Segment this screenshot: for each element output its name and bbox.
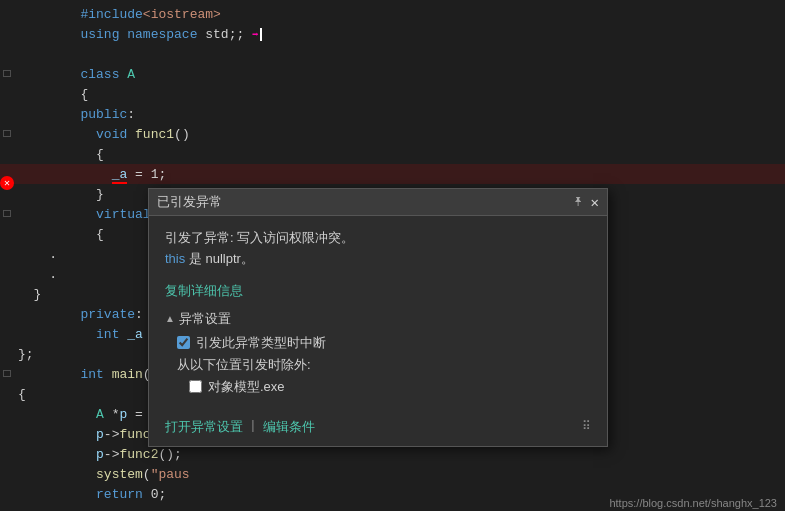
setting-item-1: 引发此异常类型时中断 — [177, 334, 591, 352]
checkbox-break-on-type[interactable] — [177, 336, 190, 349]
this-keyword: this — [165, 251, 185, 266]
pin-button[interactable]: 🖈 — [572, 195, 585, 210]
gutter-11[interactable]: □ — [0, 207, 14, 221]
gutter-7[interactable]: □ — [0, 127, 14, 141]
checkbox-object-model[interactable] — [189, 380, 202, 393]
checkbox-break-label: 引发此异常类型时中断 — [196, 334, 326, 352]
bottom-bar: https://blog.csdn.net/shanghx_123 — [601, 495, 785, 511]
gutter-4[interactable]: □ — [0, 67, 14, 81]
collapse-icon: ▲ — [165, 313, 175, 324]
exception-text: 引发了异常: 写入访问权限冲突。 this 是 nullptr。 — [165, 228, 591, 270]
sub-label: 从以下位置引发时除外: — [177, 356, 591, 374]
text-cursor — [260, 28, 262, 41]
dialog-body: 引发了异常: 写入访问权限冲突。 this 是 nullptr。 复制详细信息 … — [149, 216, 607, 412]
dialog-title: 已引发异常 — [157, 193, 222, 211]
dialog-controls: 🖈 ✕ — [572, 194, 599, 211]
sub-item-1: 对象模型.exe — [189, 378, 591, 396]
copy-details-link[interactable]: 复制详细信息 — [165, 282, 591, 300]
edit-conditions-link[interactable]: 编辑条件 — [263, 418, 315, 436]
resize-handle-icon: ⠿ — [582, 419, 591, 434]
blog-url: https://blog.csdn.net/shanghx_123 — [609, 497, 777, 509]
code-editor: #include<iostream> using namespace std;;… — [0, 0, 785, 511]
dialog-titlebar: 已引发异常 🖈 ✕ — [149, 189, 607, 216]
close-button[interactable]: ✕ — [591, 194, 599, 211]
exception-line1: 引发了异常: 写入访问权限冲突。 — [165, 230, 354, 245]
code-line-2: using namespace std;; ➡ — [0, 24, 785, 44]
footer-separator: | — [249, 418, 257, 436]
footer-links: 打开异常设置 | 编辑条件 — [165, 418, 315, 436]
dialog-footer: 打开异常设置 | 编辑条件 ⠿ — [149, 412, 607, 446]
checkbox-object-label: 对象模型.exe — [208, 378, 285, 396]
open-exception-settings-link[interactable]: 打开异常设置 — [165, 418, 243, 436]
section-header[interactable]: ▲ 异常设置 — [165, 310, 591, 328]
exception-settings: ▲ 异常设置 引发此异常类型时中断 从以下位置引发时除外: 对象模型.exe — [165, 310, 591, 396]
exception-line2-suffix: 是 nullptr。 — [185, 251, 254, 266]
exception-dialog: 已引发异常 🖈 ✕ 引发了异常: 写入访问权限冲突。 this 是 nullpt… — [148, 188, 608, 447]
gutter-19[interactable]: □ — [0, 367, 14, 381]
section-title: 异常设置 — [179, 310, 231, 328]
